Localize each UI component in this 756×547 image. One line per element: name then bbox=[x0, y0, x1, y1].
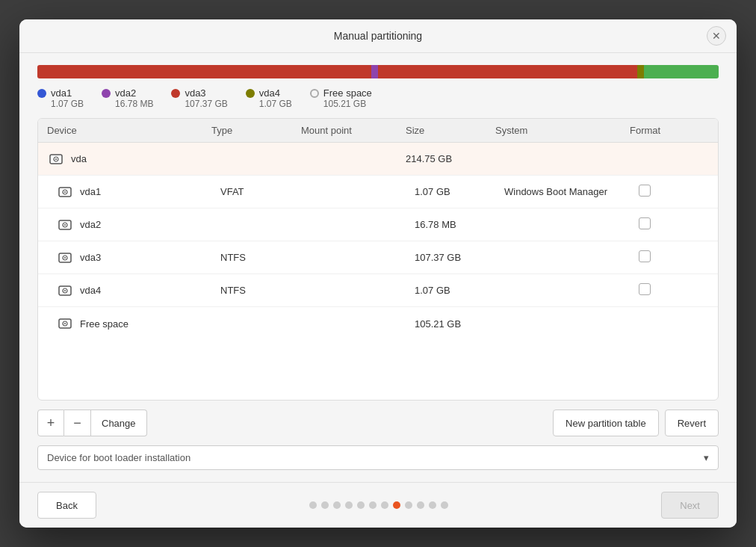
format-checkbox[interactable] bbox=[639, 250, 651, 262]
format-cell[interactable] bbox=[639, 283, 698, 297]
device-name: vda3 bbox=[80, 252, 101, 263]
format-cell[interactable] bbox=[639, 185, 698, 199]
device-name: vda4 bbox=[80, 285, 101, 296]
size-cell: 1.07 GB bbox=[415, 285, 504, 296]
progress-dots bbox=[309, 501, 448, 509]
partition-legend: vda11.07 GBvda216.78 MBvda3107.37 GBvda4… bbox=[37, 87, 719, 109]
change-button[interactable]: Change bbox=[91, 410, 147, 436]
table-header-cell: Device bbox=[47, 125, 211, 136]
disk-icon bbox=[56, 282, 74, 300]
table-body: vda214.75 GB vda1VFAT1.07 GBWindows Boot… bbox=[38, 143, 718, 340]
device-cell: vda bbox=[47, 150, 211, 168]
device-name: Free space bbox=[80, 318, 128, 330]
device-cell: vda2 bbox=[56, 216, 220, 234]
footer: Back Next bbox=[19, 482, 737, 528]
disk-icon bbox=[56, 183, 74, 201]
table-row[interactable]: vda4NTFS1.07 GB bbox=[38, 274, 718, 307]
progress-dot bbox=[321, 501, 329, 509]
content-area: vda11.07 GBvda216.78 MBvda3107.37 GBvda4… bbox=[19, 53, 737, 482]
close-button[interactable]: ✕ bbox=[707, 26, 726, 46]
manual-partitioning-dialog: Manual partitioning ✕ vda11.07 GBvda216.… bbox=[19, 19, 737, 528]
legend-size: 105.21 GB bbox=[323, 99, 372, 109]
legend-size: 107.37 GB bbox=[185, 99, 227, 109]
legend-name: Free space bbox=[323, 87, 372, 99]
legend-name: vda3 bbox=[185, 87, 227, 99]
device-cell: vda3 bbox=[56, 249, 220, 267]
legend-name: vda4 bbox=[259, 87, 292, 99]
progress-dot bbox=[309, 501, 317, 509]
progress-dot bbox=[417, 501, 424, 509]
revert-button[interactable]: Revert bbox=[665, 410, 719, 436]
legend-dot bbox=[310, 89, 319, 98]
type-cell: VFAT bbox=[220, 186, 310, 197]
progress-dot bbox=[333, 501, 341, 509]
next-button[interactable]: Next bbox=[661, 492, 719, 519]
size-cell: 16.78 MB bbox=[415, 219, 504, 230]
table-header-cell: Format bbox=[630, 125, 690, 136]
legend-dot bbox=[171, 89, 180, 98]
table-header-cell: Type bbox=[211, 125, 301, 136]
table-header-cell: Size bbox=[406, 125, 495, 136]
disk-icon bbox=[47, 150, 65, 168]
dialog-title: Manual partitioning bbox=[334, 30, 422, 42]
disk-icon bbox=[56, 315, 74, 333]
format-cell[interactable] bbox=[639, 250, 698, 265]
add-button[interactable]: + bbox=[37, 410, 64, 436]
device-cell: vda1 bbox=[56, 183, 220, 201]
partition-bar bbox=[37, 65, 719, 78]
legend-name: vda2 bbox=[115, 87, 153, 99]
back-button[interactable]: Back bbox=[37, 492, 96, 519]
format-checkbox[interactable] bbox=[639, 185, 651, 197]
format-cell[interactable] bbox=[639, 217, 698, 232]
table-header: DeviceTypeMount pointSizeSystemFormat bbox=[38, 119, 718, 143]
device-name: vda2 bbox=[80, 219, 101, 230]
table-row[interactable]: vda3NTFS107.37 GB bbox=[38, 241, 718, 274]
table-header-cell: System bbox=[495, 125, 630, 136]
legend-item-free-space: Free space105.21 GB bbox=[310, 87, 372, 109]
size-cell: 107.37 GB bbox=[415, 252, 504, 263]
device-cell: vda4 bbox=[56, 282, 220, 300]
size-cell: 214.75 GB bbox=[406, 153, 495, 164]
progress-dot bbox=[345, 501, 353, 509]
table-row[interactable]: vda214.75 GB bbox=[38, 143, 718, 176]
size-cell: 105.21 GB bbox=[415, 318, 504, 330]
progress-dot bbox=[381, 501, 388, 509]
chevron-down-icon: ▾ bbox=[704, 452, 709, 463]
format-checkbox[interactable] bbox=[639, 283, 651, 295]
system-cell: Windows Boot Manager bbox=[504, 186, 639, 197]
table-row[interactable]: vda216.78 MB bbox=[38, 208, 718, 241]
table-row[interactable]: vda1VFAT1.07 GBWindows Boot Manager bbox=[38, 176, 718, 208]
progress-dot bbox=[369, 501, 377, 509]
svg-point-5 bbox=[64, 191, 66, 193]
legend-item-vda1: vda11.07 GB bbox=[37, 87, 84, 109]
format-checkbox[interactable] bbox=[639, 217, 651, 229]
device-name: vda bbox=[71, 153, 87, 164]
svg-point-14 bbox=[64, 290, 66, 291]
legend-size: 1.07 GB bbox=[259, 99, 292, 109]
progress-dot bbox=[441, 501, 448, 509]
toolbar-right: New partition table Revert bbox=[553, 410, 719, 436]
remove-button[interactable]: − bbox=[64, 410, 91, 436]
device-name: vda1 bbox=[80, 186, 101, 197]
table-header-cell: Mount point bbox=[301, 125, 406, 136]
progress-dot bbox=[405, 501, 412, 509]
new-partition-table-button[interactable]: New partition table bbox=[553, 410, 659, 436]
legend-name: vda1 bbox=[51, 87, 84, 99]
legend-size: 16.78 MB bbox=[115, 99, 153, 109]
titlebar: Manual partitioning ✕ bbox=[19, 19, 737, 53]
type-cell: NTFS bbox=[220, 252, 310, 263]
legend-item-vda2: vda216.78 MB bbox=[102, 87, 153, 109]
bootloader-label: Device for boot loader installation bbox=[47, 452, 190, 463]
disk-icon bbox=[56, 249, 74, 267]
size-cell: 1.07 GB bbox=[415, 186, 504, 197]
svg-point-2 bbox=[55, 158, 57, 160]
bootloader-dropdown[interactable]: Device for boot loader installation ▾ bbox=[37, 445, 719, 470]
progress-dot bbox=[429, 501, 436, 509]
progress-dot-active bbox=[393, 501, 400, 509]
legend-item-vda3: vda3107.37 GB bbox=[171, 87, 227, 109]
toolbar: + − Change New partition table Revert bbox=[37, 410, 719, 436]
svg-point-17 bbox=[64, 323, 66, 324]
table-row[interactable]: Free space105.21 GB bbox=[38, 307, 718, 340]
partition-table: DeviceTypeMount pointSizeSystemFormat vd… bbox=[37, 118, 719, 401]
legend-dot bbox=[37, 89, 46, 98]
